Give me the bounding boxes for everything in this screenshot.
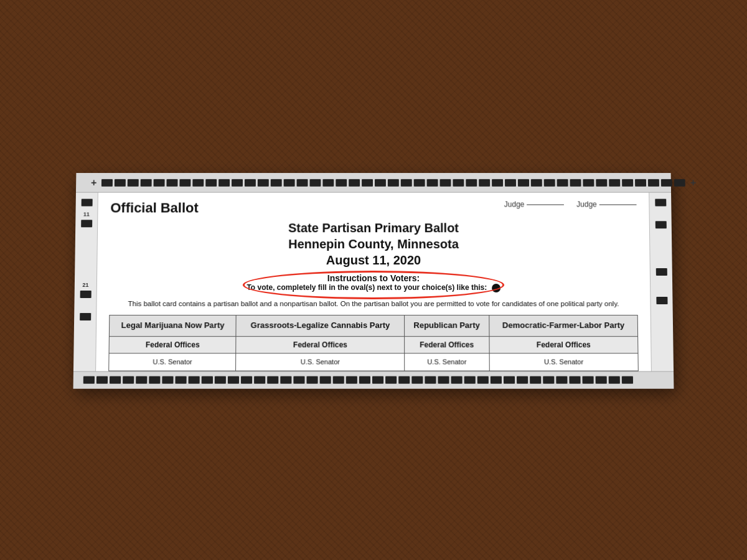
ballot-content: Official Ballot Judge Judge State Partis… xyxy=(96,192,651,371)
offices-col-2: Federal Offices xyxy=(236,336,404,353)
main-title-line2: Hennepin County, Minnesota xyxy=(288,237,459,251)
senator-col-4: U.S. Senator xyxy=(489,353,638,370)
judge-field-1: Judge xyxy=(504,200,564,208)
main-title-line1: State Partisan Primary Ballot xyxy=(288,221,459,235)
party-col-3: Republican Party xyxy=(404,315,489,336)
ballot-header: Official Ballot Judge Judge xyxy=(110,200,636,216)
judge-underline-2 xyxy=(599,204,637,205)
party-col-4: Democratic-Farmer-Labor Party xyxy=(489,315,638,336)
instructions-title: Instructions to Voters: xyxy=(110,273,637,283)
senator-row: U.S. Senator U.S. Senator U.S. Senator U… xyxy=(109,353,639,370)
top-right-mark: + xyxy=(685,177,701,188)
top-perf-dashes xyxy=(101,179,685,186)
senator-col-3: U.S. Senator xyxy=(405,353,490,370)
ballot-document: + + 11 21 xyxy=(73,173,674,389)
ballot-body-text: This ballot card contains a partisan bal… xyxy=(109,298,637,308)
top-perf-strip: + + xyxy=(76,173,671,193)
senator-col-2: U.S. Senator xyxy=(236,353,405,370)
senator-col-1: U.S. Senator xyxy=(109,353,237,370)
top-left-mark: + xyxy=(86,177,101,188)
judge-label-1: Judge xyxy=(504,200,525,208)
offices-col-1: Federal Offices xyxy=(109,336,236,353)
ballot-main-title: State Partisan Primary Ballot Hennepin C… xyxy=(110,220,637,268)
official-ballot-title: Official Ballot xyxy=(110,200,199,216)
judge-field-2: Judge xyxy=(576,200,637,208)
ballot-body: 11 21 Official Ballot Judge Judge xyxy=(73,192,674,371)
judge-fields: Judge Judge xyxy=(504,200,637,208)
right-punch-strip xyxy=(649,192,674,371)
main-title-line3: August 11, 2020 xyxy=(326,253,421,267)
federal-offices-row: Federal Offices Federal Offices Federal … xyxy=(109,336,638,353)
oval-sample xyxy=(492,283,500,292)
offices-col-4: Federal Offices xyxy=(489,336,638,353)
party-table: Legal Marijuana Now Party Grassroots-Leg… xyxy=(108,315,639,371)
judge-label-2: Judge xyxy=(576,200,597,208)
party-col-1: Legal Marijuana Now Party xyxy=(109,315,236,336)
instructions-text: To vote, completely fill in the oval(s) … xyxy=(110,283,637,292)
party-col-2: Grassroots-Legalize Cannabis Party xyxy=(236,315,404,336)
bottom-perf-strip xyxy=(73,371,674,388)
punch-number-11: 11 xyxy=(83,211,90,217)
offices-col-3: Federal Offices xyxy=(405,336,489,353)
instructions-section: Instructions to Voters: To vote, complet… xyxy=(110,273,637,292)
left-punch-strip: 11 21 xyxy=(73,192,98,371)
party-header-row: Legal Marijuana Now Party Grassroots-Leg… xyxy=(109,315,637,336)
judge-underline-1 xyxy=(527,204,564,205)
punch-number-21: 21 xyxy=(82,282,88,288)
bottom-perf-dashes xyxy=(73,376,674,384)
